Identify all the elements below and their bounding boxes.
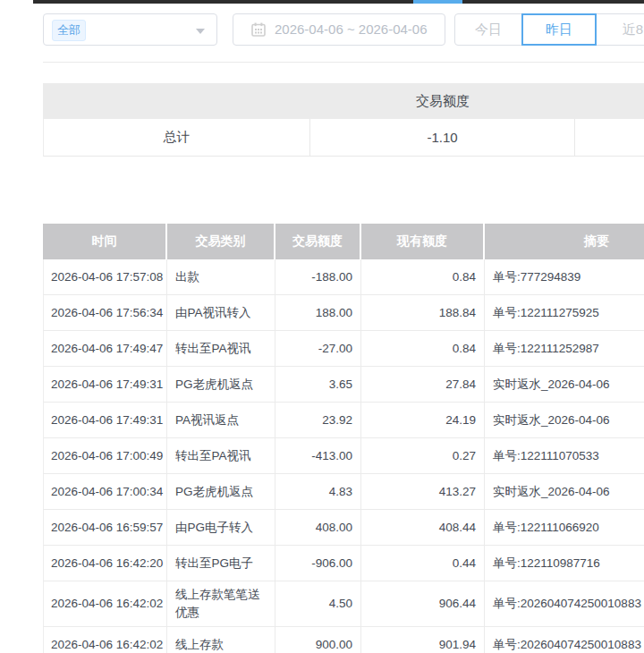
page: 全部 2026-04-06 ~ 2026-04-06 今日 昨日 近8日 交易额… (0, 0, 644, 653)
cell-type: 转出至PA视讯 (167, 331, 275, 367)
cell-time: 2026-04-06 17:00:49 (43, 438, 167, 474)
column-header-type: 交易类别 (167, 224, 275, 259)
cell-summary: 单号:122111252987 (485, 331, 644, 367)
cell-balance: 24.19 (361, 403, 485, 438)
cell-type: 出款 (167, 259, 275, 295)
cell-summary: 单号:122111070533 (485, 438, 644, 474)
cell-summary: 单号:777294839 (485, 259, 644, 295)
summary-header-amount: 交易额度 (310, 83, 575, 119)
column-header-time: 时间 (43, 224, 167, 259)
cell-time: 2026-04-06 17:57:08 (43, 259, 167, 295)
table-row: 2026-04-06 17:00:49转出至PA视讯-413.000.27单号:… (43, 438, 644, 474)
cell-time: 2026-04-06 17:00:34 (43, 474, 167, 510)
cell-summary: 实时返水_2026-04-06 (485, 367, 644, 403)
yesterday-button[interactable]: 昨日 (521, 13, 597, 46)
cell-balance: 27.84 (361, 367, 485, 403)
summary-empty-cell (575, 119, 644, 157)
table-row: 2026-04-06 16:42:02线上存款笔笔送优惠4.50906.44单号… (43, 581, 644, 627)
summary-total-row: 总计 -1.10 (43, 119, 644, 157)
cell-amount: -27.00 (275, 331, 361, 367)
summary-header-empty (43, 83, 310, 119)
table-row: 2026-04-06 16:42:20转出至PG电子-906.000.44单号:… (43, 546, 644, 581)
date-range-picker[interactable]: 2026-04-06 ~ 2026-04-06 (233, 13, 445, 46)
cell-amount: 4.50 (275, 581, 361, 627)
cell-balance: 0.84 (361, 331, 485, 367)
cell-amount: 900.00 (275, 627, 361, 653)
quick-date-button-group: 今日 昨日 近8日 (454, 13, 644, 46)
table-row: 2026-04-06 17:49:47转出至PA视讯-27.000.84单号:1… (43, 331, 644, 367)
table-row: 2026-04-06 17:56:34由PA视讯转入188.00188.84单号… (43, 295, 644, 331)
summary-header-row: 交易额度 (43, 83, 644, 119)
summary-total-label: 总计 (43, 119, 310, 157)
selected-category-tag: 全部 (52, 20, 86, 41)
cell-type: 由PG电子转入 (167, 510, 275, 546)
calendar-icon (251, 22, 266, 37)
cell-time: 2026-04-06 17:49:31 (43, 403, 167, 438)
cell-amount: -413.00 (275, 438, 361, 474)
summary-total-value: -1.10 (310, 119, 575, 157)
cell-amount: 4.83 (275, 474, 361, 510)
column-header-amount: 交易额度 (275, 224, 361, 259)
cell-type: 线上存款笔笔送优惠 (167, 581, 275, 627)
transactions-header-row: 时间 交易类别 交易额度 现有额度 摘要 (43, 224, 644, 259)
cell-type: PG老虎机返点 (167, 367, 275, 403)
cell-amount: -906.00 (275, 546, 361, 581)
cell-balance: 408.44 (361, 510, 485, 546)
cell-summary: 单号:122111275925 (485, 295, 644, 331)
divider-line (43, 62, 644, 63)
cell-time: 2026-04-06 17:49:31 (43, 367, 167, 403)
cell-time: 2026-04-06 16:59:57 (43, 510, 167, 546)
cell-summary: 单号:122110987716 (485, 546, 644, 581)
cell-time: 2026-04-06 16:42:20 (43, 546, 167, 581)
cell-type: 线上存款 (167, 627, 275, 653)
cell-summary: 单号:122111066920 (485, 510, 644, 546)
cell-balance: 0.84 (361, 259, 485, 295)
cell-balance: 0.44 (361, 546, 485, 581)
last-8-days-button[interactable]: 近8日 (590, 13, 644, 46)
table-row: 2026-04-06 17:49:31PG老虎机返点3.6527.84实时返水_… (43, 367, 644, 403)
chevron-down-icon (196, 29, 205, 34)
cell-amount: 23.92 (275, 403, 361, 438)
cell-summary: 实时返水_2026-04-06 (485, 474, 644, 510)
table-row: 2026-04-06 16:59:57由PG电子转入408.00408.44单号… (43, 510, 644, 546)
today-button[interactable]: 今日 (454, 13, 522, 46)
cell-amount: -188.00 (275, 259, 361, 295)
cell-balance: 901.94 (361, 627, 485, 653)
cell-summary: 单号:202604074250010883 (485, 581, 644, 627)
cell-amount: 3.65 (275, 367, 361, 403)
cell-time: 2026-04-06 16:42:02 (43, 581, 167, 627)
cell-type: 转出至PG电子 (167, 546, 275, 581)
top-tab-strip (33, 0, 644, 4)
category-select[interactable]: 全部 (43, 13, 217, 46)
cell-type: PA视讯返点 (167, 403, 275, 438)
cell-balance: 906.44 (361, 581, 485, 627)
column-header-summary: 摘要 (485, 224, 644, 259)
cell-type: 由PA视讯转入 (167, 295, 275, 331)
cell-time: 2026-04-06 17:49:47 (43, 331, 167, 367)
summary-table: 交易额度 总计 -1.10 (43, 83, 644, 157)
date-range-value: 2026-04-06 ~ 2026-04-06 (275, 14, 428, 45)
active-tab-indicator (413, 0, 462, 4)
table-row: 2026-04-06 17:49:31PA视讯返点23.9224.19实时返水_… (43, 403, 644, 438)
cell-time: 2026-04-06 16:42:02 (43, 627, 167, 653)
cell-amount: 188.00 (275, 295, 361, 331)
cell-time: 2026-04-06 17:56:34 (43, 295, 167, 331)
cell-balance: 0.27 (361, 438, 485, 474)
cell-type: PG老虎机返点 (167, 474, 275, 510)
summary-header-empty-2 (575, 83, 644, 119)
table-row: 2026-04-06 17:57:08出款-188.000.84单号:77729… (43, 259, 644, 295)
cell-summary: 单号:202604074250010883 (485, 627, 644, 653)
column-header-balance: 现有额度 (361, 224, 485, 259)
cell-balance: 413.27 (361, 474, 485, 510)
cell-amount: 408.00 (275, 510, 361, 546)
transactions-table: 时间 交易类别 交易额度 现有额度 摘要 2026-04-06 17:57:08… (43, 224, 644, 653)
table-row: 2026-04-06 16:42:02线上存款900.00901.94单号:20… (43, 627, 644, 653)
table-row: 2026-04-06 17:00:34PG老虎机返点4.83413.27实时返水… (43, 474, 644, 510)
cell-summary: 实时返水_2026-04-06 (485, 403, 644, 438)
cell-balance: 188.84 (361, 295, 485, 331)
cell-type: 转出至PA视讯 (167, 438, 275, 474)
